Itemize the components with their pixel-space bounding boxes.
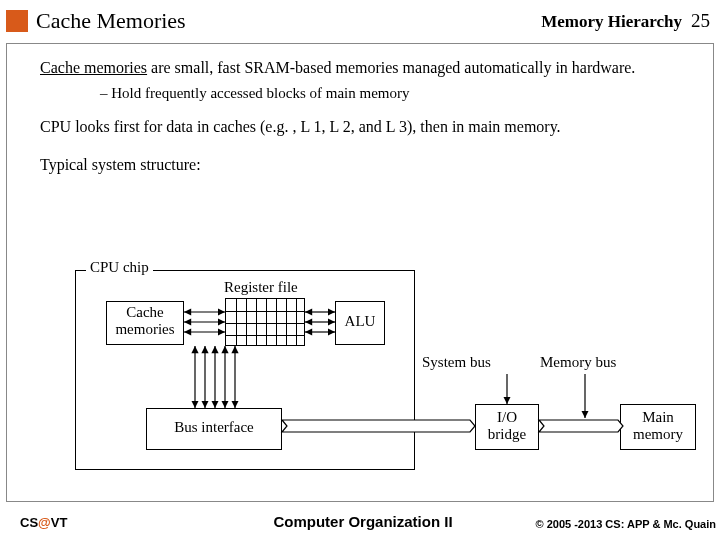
divider: [6, 501, 714, 502]
header: Cache Memories Memory Hierarchy 25: [6, 6, 714, 38]
footer: CS@VT Computer Organization II © 2005 -2…: [8, 508, 718, 536]
slide: Cache Memories Memory Hierarchy 25 Cache…: [0, 0, 720, 540]
paragraph: CPU looks first for data in caches (e.g.…: [40, 117, 680, 137]
svg-marker-12: [539, 420, 623, 432]
text: are small, fast SRAM-based memories mana…: [147, 59, 635, 76]
page-title: Cache Memories: [36, 8, 186, 34]
svg-marker-11: [282, 420, 475, 432]
accent-square: [6, 10, 28, 32]
body-text: Cache memories are small, fast SRAM-base…: [20, 50, 700, 181]
paragraph: Typical system structure:: [40, 155, 680, 175]
divider: [6, 43, 7, 502]
system-diagram: CPU chip Register file Cache memories AL…: [40, 258, 700, 498]
divider: [6, 43, 714, 44]
diagram-arrows: [40, 258, 700, 498]
bullet-sub: – Hold frequently accessed blocks of mai…: [100, 84, 680, 103]
term-underlined: Cache memories: [40, 59, 147, 76]
paragraph: Cache memories are small, fast SRAM-base…: [40, 58, 680, 78]
page-number: 25: [691, 10, 710, 32]
chapter-label: Memory Hierarchy: [541, 12, 682, 32]
divider: [713, 43, 714, 502]
footer-copyright: © 2005 -2013 CS: APP & Mc. Quain: [535, 518, 716, 530]
